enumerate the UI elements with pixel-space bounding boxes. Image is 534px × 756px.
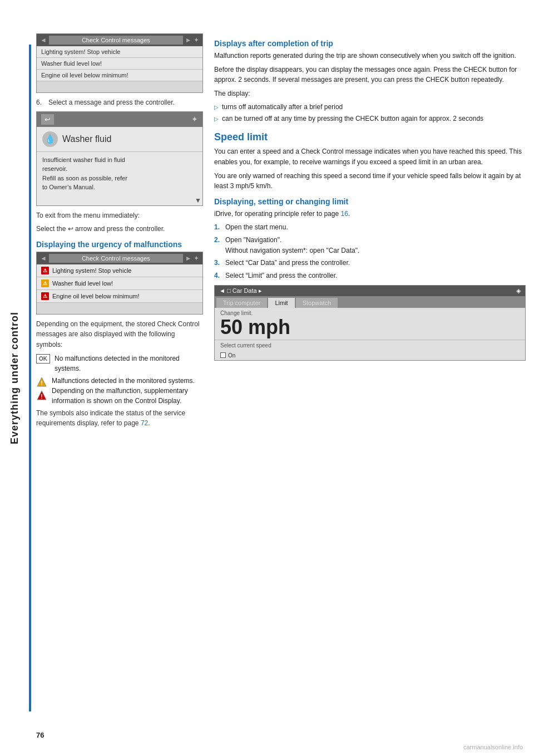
setting-p1: iDrive, for operating principle refer to… (214, 209, 526, 219)
right-column: Displays after completion of trip Malfun… (214, 33, 526, 432)
sidebar-label: Everything under control (0, 0, 29, 756)
page-number: 76 (36, 731, 44, 739)
screen3-box: ◄ Check Control messages ► ✦ ⚠ Lighting … (36, 252, 203, 315)
washer-scroll: ▼ (37, 195, 202, 205)
symbol-ok-row: OK No malfunctions detected in the monit… (36, 354, 203, 374)
screen3-arrow-left: ◄ (40, 254, 47, 262)
symbol-warn-row: ! ! Malfunctions detected in the monitor… (36, 376, 203, 406)
screen1-box: ◄ Check Control messages ► ✦ Lighting sy… (36, 33, 203, 93)
service-text: The symbols also indicate the status of … (36, 408, 203, 429)
step-1: 1. Open the start menu. (214, 222, 526, 233)
service-link[interactable]: 72 (141, 419, 148, 427)
screen2-right-icon: ✦ (191, 115, 198, 124)
on-row: On (215, 351, 525, 360)
setting-p1-link[interactable]: 16 (340, 210, 348, 218)
warn-symbol-text: Malfunctions detected in the monitored s… (52, 376, 203, 406)
warn-icon-yellow-1: ⚠ (41, 279, 49, 287)
exit-caption-2: Select the ↩ arrow and press the control… (36, 224, 203, 234)
steps-list: 1. Open the start menu. 2. Open "Navigat… (214, 222, 526, 281)
screen1-header: ◄ Check Control messages ► ✦ (37, 34, 202, 46)
speed-heading: Speed limit (214, 131, 526, 143)
displays-bullet-list: turns off automatically after a brief pe… (214, 102, 526, 124)
screen3-header: ◄ Check Control messages ► ✦ (37, 252, 202, 264)
screen2-header: ↩ ✦ (37, 112, 202, 127)
displays-p2: Before the display disappears, you can d… (214, 65, 526, 85)
displays-heading: Displays after completion of trip (214, 39, 526, 48)
car-data-header-left: ◄ □ Car Data ▸ (219, 287, 262, 294)
warn-icon-red-2: ⚠ (41, 292, 49, 300)
step-4: 4. Select “Limit” and press the controll… (214, 271, 526, 281)
left-column: ◄ Check Control messages ► ✦ Lighting sy… (36, 33, 203, 432)
on-label: On (228, 352, 235, 359)
warn-symbol-2: ! (36, 390, 47, 401)
ok-symbol-text: No malfunctions detected in the monitore… (55, 354, 203, 374)
screen3-spacer (37, 303, 202, 314)
washer-title-row: 💧 Washer fluid (37, 127, 202, 152)
step-3: 3. Select “Car Data” and press the contr… (214, 258, 526, 268)
car-data-header-right: ◈ (516, 287, 521, 294)
warn-symbol-1: ! (36, 376, 47, 387)
screen1-row3: Engine oil level below minimum! (37, 70, 202, 81)
screen3-row2: ⚠ Washer fluid level low! (37, 277, 202, 290)
car-data-header: ◄ □ Car Data ▸ ◈ (215, 286, 525, 296)
tab-stopwatch[interactable]: Stopwatch (296, 298, 338, 308)
screen3-arrow-right: ► ✦ (185, 254, 199, 262)
ok-symbol: OK (36, 354, 50, 364)
screen1-title: Check Control messages (49, 36, 183, 45)
screen1-arrow-left: ◄ (40, 36, 47, 44)
speed-value: 50 mph (220, 316, 520, 338)
car-data-speed-section: Change limit. 50 mph (215, 308, 525, 340)
back-arrow: ↩ (41, 114, 54, 125)
bullet-item-1: turns off automatically after a brief pe… (214, 102, 526, 112)
on-checkbox[interactable] (220, 352, 226, 358)
washer-title-text: Washer fluid (62, 134, 111, 144)
speed-p2: You are only warned of reaching this spe… (214, 171, 526, 192)
washer-body: Insufficient washer fluid in fluid reser… (37, 152, 202, 195)
setting-heading: Displaying, setting or changing limit (214, 197, 526, 206)
screen1-row2: Washer fluid level low! (37, 58, 202, 70)
displays-p1: Malfunction reports generated during the… (214, 51, 526, 61)
footer-logo: carmanualsonline.info (463, 744, 523, 750)
car-data-screen: ◄ □ Car Data ▸ ◈ Trip computer Limit Sto… (214, 285, 526, 361)
tab-limit[interactable]: Limit (268, 298, 294, 308)
screen1-arrow-right: ► ✦ (185, 36, 199, 44)
select-current-speed: Select current speed (215, 340, 525, 351)
screen2-box: ↩ ✦ 💧 Washer fluid Insufficient washer f… (36, 111, 203, 206)
urgency-body: Depending on the equipment, the stored C… (36, 319, 203, 350)
warn-icon-red-1: ⚠ (41, 267, 49, 274)
washer-icon: 💧 (42, 131, 58, 147)
screen3-row1: ⚠ Lighting system! Stop vehicle (37, 264, 202, 277)
tab-trip-computer[interactable]: Trip computer (216, 298, 267, 308)
displays-list-label: The display: (214, 89, 526, 99)
blue-accent-bar (29, 45, 31, 711)
svg-text:!: ! (41, 394, 42, 400)
screen3-row3: ⚠ Engine oil level below minimum! (37, 290, 202, 303)
bullet-item-2: can be turned off at any time by pressin… (214, 114, 526, 124)
step6-caption: 6. Select a message and press the contro… (36, 97, 203, 108)
step-2: 2. Open "Navigation".Without navigation … (214, 235, 526, 256)
speed-p1: You can enter a speed and a Check Contro… (214, 146, 526, 167)
exit-caption-1: To exit from the menu immediately: (36, 210, 203, 221)
screen1-row1: Lighting system! Stop vehicle (37, 46, 202, 58)
urgency-heading: Displaying the urgency of malfunctions (36, 240, 203, 249)
screen1-spacer (37, 81, 202, 92)
svg-text:!: ! (41, 380, 42, 386)
car-data-tabs: Trip computer Limit Stopwatch (215, 296, 525, 308)
screen3-title: Check Control messages (49, 254, 183, 263)
